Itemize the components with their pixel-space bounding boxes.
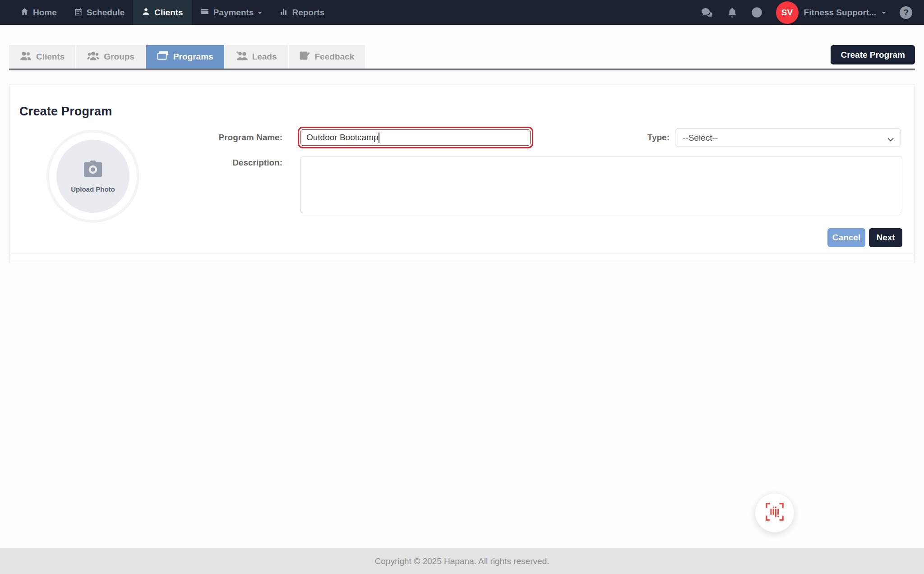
page-title: Create Program xyxy=(19,105,112,119)
clients-icon xyxy=(20,51,32,63)
nav-item-schedule[interactable]: Schedule xyxy=(65,0,133,25)
cancel-button[interactable]: Cancel xyxy=(827,228,865,247)
navbar-right: SV Fitness Support... ? xyxy=(701,0,924,25)
tab-bar: Clients Groups Programs Leads Feedback xyxy=(9,45,915,70)
credit-card-icon xyxy=(200,7,209,18)
program-name-label: Program Name: xyxy=(170,133,282,142)
help-icon[interactable]: ? xyxy=(900,6,912,19)
bar-chart-icon xyxy=(279,7,288,18)
upload-photo-button[interactable]: Upload Photo xyxy=(46,130,139,223)
nav-item-label: Payments xyxy=(213,8,254,18)
tab-clients[interactable]: Clients xyxy=(9,45,75,69)
tab-leads[interactable]: Leads xyxy=(225,45,288,69)
tab-label: Feedback xyxy=(315,52,355,62)
page: Home Schedule Clients Payments Report xyxy=(0,0,924,574)
footer: Copyright © 2025 Hapana. All rights rese… xyxy=(0,548,924,574)
program-name-input[interactable]: Outdoor Bootcamp xyxy=(300,129,531,146)
nav-item-home[interactable]: Home xyxy=(12,0,65,25)
tab-programs[interactable]: Programs xyxy=(146,45,224,69)
nav-item-label: Clients xyxy=(154,8,183,18)
person-icon xyxy=(142,7,150,18)
copyright-text: Copyright © 2025 Hapana. All rights rese… xyxy=(375,556,550,566)
next-button[interactable]: Next xyxy=(869,228,902,247)
barcode-scan-fab[interactable] xyxy=(755,493,795,533)
tab-label: Leads xyxy=(252,52,277,62)
chevron-down-icon xyxy=(258,12,262,16)
type-label: Type: xyxy=(623,133,670,142)
account-name: Fitness Support... xyxy=(804,8,876,18)
programs-icon xyxy=(157,51,169,63)
nav-item-reports[interactable]: Reports xyxy=(271,0,333,25)
groups-icon xyxy=(87,51,99,63)
tab-groups[interactable]: Groups xyxy=(76,45,145,69)
home-icon xyxy=(20,7,29,18)
calendar-icon xyxy=(74,7,83,18)
type-select-wrap: --Select-- xyxy=(675,128,901,147)
chevron-down-icon xyxy=(882,12,886,16)
leads-icon xyxy=(236,51,248,63)
upload-photo-label: Upload Photo xyxy=(71,185,115,193)
text-cursor xyxy=(379,133,379,143)
nav-item-clients[interactable]: Clients xyxy=(133,0,191,25)
type-select[interactable]: --Select-- xyxy=(675,128,901,147)
tab-label: Programs xyxy=(173,52,213,62)
tab-feedback[interactable]: Feedback xyxy=(289,45,365,69)
card-footer-divider xyxy=(9,255,915,255)
top-navbar: Home Schedule Clients Payments Report xyxy=(0,0,924,25)
tab-label: Clients xyxy=(36,52,65,62)
feedback-icon xyxy=(300,51,310,63)
avatar[interactable]: SV xyxy=(776,1,799,24)
program-name-value: Outdoor Bootcamp xyxy=(306,133,378,142)
tab-label: Groups xyxy=(104,52,134,62)
upload-photo-inner: Upload Photo xyxy=(56,140,129,213)
nav-item-payments[interactable]: Payments xyxy=(192,0,271,25)
nav-item-label: Reports xyxy=(292,8,324,18)
description-textarea[interactable] xyxy=(300,156,902,213)
account-menu[interactable]: SV Fitness Support... xyxy=(776,1,886,24)
create-program-panel: Create Program Upload Photo Program Name… xyxy=(9,84,915,263)
nav-item-label: Schedule xyxy=(87,8,125,18)
clock-icon[interactable] xyxy=(751,7,762,18)
bell-icon[interactable] xyxy=(727,7,738,18)
create-program-button[interactable]: Create Program xyxy=(831,45,915,64)
camera-icon xyxy=(82,160,104,180)
description-label: Description: xyxy=(170,158,282,168)
barcode-scan-icon xyxy=(764,502,785,523)
chat-icon[interactable] xyxy=(701,7,713,18)
nav-item-label: Home xyxy=(33,8,57,18)
